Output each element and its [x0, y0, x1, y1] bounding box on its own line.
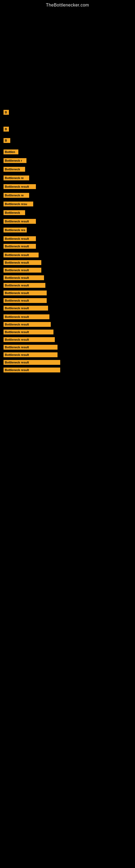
list-item: Bottleneck result — [3, 298, 135, 304]
bottleneck-label: Bottleneck re — [3, 193, 29, 198]
bottleneck-label: Bottleneck result — [3, 290, 47, 296]
chart-area — [3, 9, 132, 85]
bottleneck-label: Bottleneck result — [3, 244, 36, 249]
list-item: Bottleneck re — [3, 192, 135, 198]
bottleneck-label: Bottleneck result — [3, 283, 45, 288]
bottleneck-label: Bottleneck — [3, 210, 25, 215]
bottleneck-label: B — [3, 138, 10, 143]
list-item: Bottleneck result — [3, 321, 135, 328]
bottleneck-label: Bottleneck result — [3, 260, 41, 265]
list-item: Bottleneck res — [3, 227, 135, 233]
list-item: Bottleneck result — [3, 367, 135, 373]
list-item: Bottleneck result — [3, 275, 135, 281]
bottleneck-label: Bottleneck result — [3, 360, 60, 365]
list-item: Bottleneck result — [3, 305, 135, 311]
list-item: B — [3, 137, 135, 144]
list-item: Bottleneck re — [3, 175, 135, 181]
list-item: Bottleneck result — [3, 352, 135, 358]
bottleneck-label: Bottleneck resu — [3, 202, 33, 207]
list-item: Bottleneck result — [3, 252, 135, 258]
list-item: Bottleneck result — [3, 329, 135, 335]
list-item: Bottleneck result — [3, 184, 135, 190]
bottleneck-label: Bottleneck result — [3, 236, 36, 241]
list-item: Bottleneck result — [3, 344, 135, 350]
list-item: Bottleneck result — [3, 360, 135, 365]
list-item: Bottleneck result — [3, 243, 135, 249]
list-item: Bottleneck result — [3, 218, 135, 224]
bottleneck-label: B — [3, 127, 9, 131]
bottleneck-label: Bottleneck r — [3, 158, 27, 163]
bottleneck-label: Bottleneck result — [3, 268, 41, 273]
bottleneck-label: Bottleneck result — [3, 314, 49, 319]
list-item: Bottleneck result — [3, 259, 135, 266]
bottleneck-label: Bottleneck result — [3, 330, 53, 335]
bottleneck-label: Bottleneck res — [3, 227, 27, 232]
list-item: Bottleneck r — [3, 158, 135, 163]
bottleneck-label: Bottleneck result — [3, 252, 39, 257]
bottleneck-label: Bottlen — [3, 150, 18, 154]
list-item: Bottleneck — [3, 166, 135, 172]
bottleneck-label: Bottleneck result — [3, 352, 57, 357]
bottleneck-label: Bottleneck result — [3, 322, 51, 327]
list-item: Bottleneck result — [3, 282, 135, 288]
list-item: Bottleneck result — [3, 236, 135, 242]
bottleneck-label: Bottleneck result — [3, 275, 44, 280]
list-item: Bottleneck result — [3, 314, 135, 320]
list-item: B — [3, 109, 135, 115]
list-item: Bottleneck result — [3, 337, 135, 343]
list-item: Bottleneck — [3, 210, 135, 216]
bottleneck-label: Bottleneck result — [3, 345, 57, 350]
list-item: Bottleneck result — [3, 267, 135, 273]
bottleneck-label: Bottleneck result — [3, 368, 60, 372]
list-item: B — [3, 126, 135, 132]
list-item: Bottleneck result — [3, 290, 135, 296]
bottleneck-label: Bottleneck re — [3, 176, 29, 180]
items-container: BBBBottlenBottleneck rBottleneckBottlene… — [0, 85, 135, 373]
bottleneck-label: Bottleneck result — [3, 184, 36, 189]
list-item: Bottlen — [3, 149, 135, 155]
bottleneck-label: B — [3, 110, 9, 115]
bottleneck-label: Bottleneck result — [3, 298, 47, 303]
list-item: Bottleneck resu — [3, 201, 135, 207]
bottleneck-label: Bottleneck — [3, 167, 25, 172]
site-title: TheBottlenecker.com — [0, 0, 135, 9]
bottleneck-label: Bottleneck result — [3, 337, 55, 342]
bottleneck-label: Bottleneck result — [3, 219, 36, 224]
bottleneck-label: Bottleneck result — [3, 306, 48, 311]
